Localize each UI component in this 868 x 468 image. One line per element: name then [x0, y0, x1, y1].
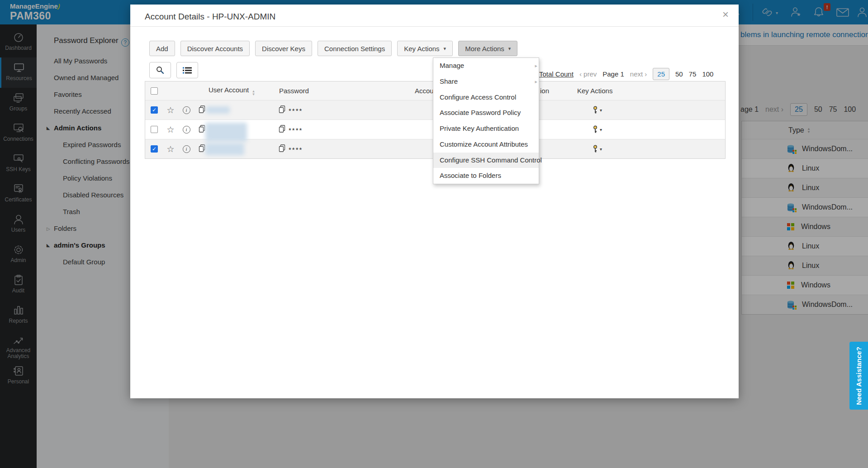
key-icon: [592, 106, 599, 114]
row-checkbox[interactable]: [151, 126, 158, 133]
redacted-user-account: [206, 106, 230, 114]
key-actions-header: Key Actions: [574, 87, 725, 95]
page-size-75[interactable]: 75: [689, 70, 697, 78]
discover-accounts-button[interactable]: Discover Accounts: [180, 41, 250, 56]
table-tools: [149, 62, 198, 78]
chevron-down-icon: ▾: [444, 46, 446, 52]
menu-item-configure-ssh-command-control[interactable]: Configure SSH Command Control: [433, 153, 539, 168]
menu-item-manage[interactable]: Manage▸: [433, 58, 539, 74]
copy-icon[interactable]: [199, 105, 205, 115]
favorite-star-icon[interactable]: ☆: [166, 105, 174, 115]
page-size-50[interactable]: 50: [675, 70, 683, 78]
key-actions-button[interactable]: Key Actions▾: [397, 41, 453, 56]
chevron-down-icon: ▾: [600, 108, 602, 113]
password-mask: ****: [289, 105, 303, 115]
menu-item-associate-to-folders[interactable]: Associate to Folders: [433, 168, 539, 184]
modal-pagination: Total Count ‹ prev Page 1 next › 25 50 7…: [539, 68, 713, 80]
chevron-down-icon: ▾: [600, 147, 602, 152]
modal-title: Account Details - HP-UNX-ADMIN: [145, 12, 275, 22]
info-icon[interactable]: i: [183, 145, 190, 153]
more-actions-button[interactable]: More Actions▾: [458, 41, 517, 56]
copy-icon[interactable]: [279, 125, 285, 134]
pam360-app: ManageEngine) PAM360 ▾ ! ▾ Das: [0, 0, 868, 468]
key-icon: [592, 125, 599, 134]
key-actions-menu-button[interactable]: ▾: [592, 106, 725, 114]
select-all-checkbox[interactable]: [151, 87, 158, 95]
chevron-down-icon: ▾: [600, 127, 602, 132]
connection-settings-button[interactable]: Connection Settings: [318, 41, 392, 56]
account-details-modal: Account Details - HP-UNX-ADMIN × Add Dis…: [130, 5, 739, 398]
info-icon[interactable]: i: [183, 126, 190, 134]
page-indicator: Page 1: [602, 70, 624, 78]
submenu-arrow-icon: ▸: [535, 74, 537, 90]
favorite-star-icon[interactable]: ☆: [166, 144, 174, 154]
search-icon: [156, 66, 165, 75]
column-settings-button[interactable]: [176, 62, 198, 78]
discover-keys-button[interactable]: Discover Keys: [255, 41, 312, 56]
favorite-star-icon[interactable]: ☆: [166, 124, 174, 135]
page-size-25[interactable]: 25: [653, 68, 669, 80]
more-actions-menu: Manage▸ Share▸ Configure Access Control …: [433, 57, 539, 184]
row-checkbox[interactable]: ✓: [151, 106, 158, 114]
redacted-user-account: [205, 123, 247, 142]
total-count-link[interactable]: Total Count: [539, 70, 574, 78]
add-button[interactable]: Add: [149, 41, 175, 56]
password-mask: ****: [289, 125, 303, 134]
column-list-icon: [183, 67, 192, 74]
row-checkbox[interactable]: ✓: [151, 145, 158, 153]
key-icon: [592, 145, 599, 153]
need-assistance-tab[interactable]: Need Assistance?: [849, 342, 868, 410]
modal-title-divider: [130, 26, 739, 27]
menu-item-customize-account-attributes[interactable]: Customize Account Attributes: [433, 137, 539, 153]
modal-toolbar: Add Discover Accounts Discover Keys Conn…: [149, 41, 517, 56]
password-mask: ****: [289, 144, 303, 153]
info-icon[interactable]: i: [183, 106, 190, 114]
password-header: Password: [276, 87, 412, 95]
copy-icon[interactable]: [199, 125, 205, 134]
menu-item-configure-access-control[interactable]: Configure Access Control: [433, 90, 539, 105]
copy-icon[interactable]: [279, 144, 285, 154]
next-page-link[interactable]: next ›: [630, 70, 647, 78]
copy-icon[interactable]: [279, 105, 285, 115]
redacted-user-account: [205, 143, 244, 155]
sort-icon[interactable]: ▴▾: [252, 90, 255, 96]
close-icon[interactable]: ×: [722, 9, 729, 20]
chevron-down-icon: ▾: [508, 46, 511, 52]
menu-item-share[interactable]: Share▸: [433, 74, 539, 90]
menu-item-associate-password-policy[interactable]: Associate Password Policy: [433, 105, 539, 121]
copy-icon[interactable]: [199, 144, 205, 154]
key-actions-menu-button[interactable]: ▾: [592, 125, 725, 134]
column-header-fragment: ion: [537, 87, 574, 95]
menu-item-private-key-authentication[interactable]: Private Key Authentication: [433, 121, 539, 137]
key-actions-menu-button[interactable]: ▾: [592, 145, 725, 153]
user-account-header: User Account▴▾: [209, 86, 276, 96]
submenu-arrow-icon: ▸: [535, 58, 537, 74]
page-size-100[interactable]: 100: [702, 70, 713, 78]
search-button[interactable]: [149, 62, 171, 78]
prev-page-link[interactable]: ‹ prev: [579, 70, 597, 78]
